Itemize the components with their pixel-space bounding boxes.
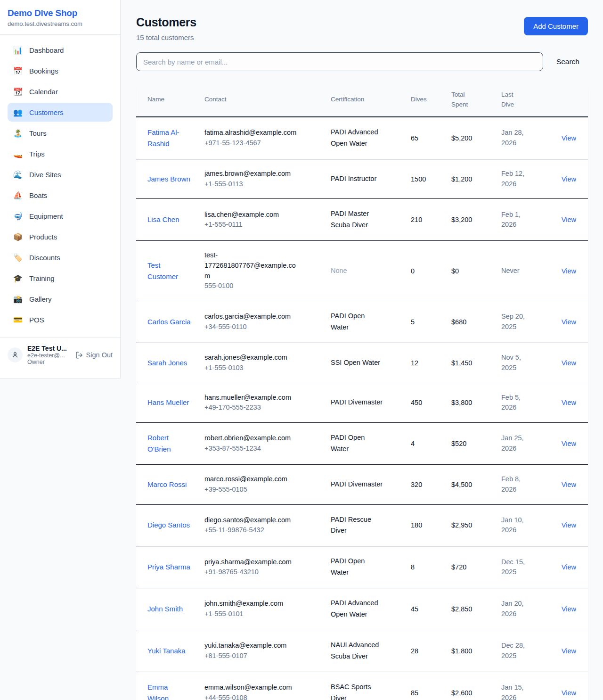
customer-certification: PADI Open Water [331, 556, 384, 578]
customer-name-link[interactable]: Carlos Garcia [147, 316, 191, 328]
products-icon: 📦 [13, 232, 23, 241]
customer-dives: 28 [411, 647, 418, 655]
customer-email: yuki.tanaka@example.com [204, 641, 298, 651]
search-input[interactable] [136, 52, 543, 71]
sidebar-item-discounts[interactable]: 🏷️ Discounts [8, 248, 113, 267]
sign-out-label: Sign Out [86, 351, 113, 359]
customer-total-spent: $520 [451, 440, 466, 447]
view-customer-link[interactable]: View [562, 216, 576, 223]
customer-name-link[interactable]: Emma Wilson [147, 682, 191, 700]
customer-total-spent: $0 [451, 267, 459, 275]
sidebar-item-label: Gallery [29, 295, 52, 303]
customer-phone: +1-555-0111 [204, 220, 323, 230]
customer-certification: BSAC Sports Diver [331, 682, 384, 700]
customer-certification: PADI Open Water [331, 311, 384, 333]
sign-out-button[interactable]: Sign Out [75, 351, 113, 359]
sidebar-item-label: Customers [29, 108, 64, 116]
trips-icon: 🚤 [13, 149, 23, 158]
shop-title: Demo Dive Shop [8, 8, 113, 18]
sidebar-item-label: Bookings [29, 67, 58, 75]
customers-table-card: NameContactCertificationDivesTotal Spent… [136, 83, 588, 700]
customer-email: james.brown@example.com [204, 169, 298, 179]
search-button[interactable]: Search [543, 58, 588, 66]
customer-name-link[interactable]: Yuki Tanaka [147, 645, 186, 657]
sidebar-item-label: Dive Sites [29, 171, 61, 179]
sidebar-item-dashboard[interactable]: 📊 Dashboard [8, 41, 113, 59]
customer-phone: 555-0100 [204, 281, 323, 291]
customer-last-dive: Feb 5, 2026 [501, 393, 531, 413]
sidebar-item-equipment[interactable]: 🤿 Equipment [8, 206, 113, 225]
customer-name-link[interactable]: Diego Santos [147, 519, 190, 531]
view-customer-link[interactable]: View [562, 359, 576, 367]
table-row: Marco Rossi marco.rossi@example.com +39-… [136, 465, 588, 505]
view-customer-link[interactable]: View [562, 175, 576, 183]
customer-last-dive: Jan 15, 2026 [501, 683, 531, 700]
view-customer-link[interactable]: View [562, 318, 576, 326]
table-row: Yuki Tanaka yuki.tanaka@example.com +81-… [136, 630, 588, 672]
equipment-icon: 🤿 [13, 212, 23, 221]
add-customer-button[interactable]: Add Customer [524, 17, 588, 35]
sidebar-item-boats[interactable]: ⛵ Boats [8, 186, 113, 205]
sidebar-item-trips[interactable]: 🚤 Trips [8, 144, 113, 163]
customer-name-link[interactable]: Test Customer [147, 260, 191, 282]
customer-name-link[interactable]: John Smith [147, 603, 183, 615]
customer-name-link[interactable]: Fatima Al-Rashid [147, 127, 191, 149]
column-header-certification: Certification [331, 83, 411, 117]
customer-phone: +91-98765-43210 [204, 567, 323, 577]
table-row: Priya Sharma priya.sharma@example.com +9… [136, 546, 588, 588]
sidebar-item-gallery[interactable]: 📸 Gallery [8, 289, 113, 308]
customer-email: carlos.garcia@example.com [204, 312, 298, 322]
customer-certification: SSI Open Water [331, 357, 380, 369]
view-customer-link[interactable]: View [562, 481, 576, 488]
customer-phone: +81-555-0107 [204, 651, 323, 661]
view-customer-link[interactable]: View [562, 134, 576, 142]
sidebar-item-label: Boats [29, 191, 47, 199]
sidebar-item-training[interactable]: 🎓 Training [8, 269, 113, 288]
customer-dives: 65 [411, 134, 418, 142]
sidebar-item-calendar[interactable]: 📆 Calendar [8, 82, 113, 101]
table-row: Sarah Jones sarah.jones@example.com +1-5… [136, 343, 588, 383]
customer-name-link[interactable]: Hans Mueller [147, 397, 189, 408]
customer-name-link[interactable]: Lisa Chen [147, 214, 179, 225]
view-customer-link[interactable]: View [562, 521, 576, 529]
table-row: Lisa Chen lisa.chen@example.com +1-555-0… [136, 199, 588, 241]
customer-phone: +1-555-0101 [204, 609, 323, 619]
customers-table: NameContactCertificationDivesTotal Spent… [136, 83, 588, 700]
sidebar-item-label: Equipment [29, 212, 63, 220]
view-customer-link[interactable]: View [562, 563, 576, 571]
customer-email: sarah.jones@example.com [204, 353, 298, 363]
sidebar-item-pos[interactable]: 💳 POS [8, 310, 113, 329]
view-customer-link[interactable]: View [562, 605, 576, 613]
view-customer-link[interactable]: View [562, 647, 576, 655]
sidebar-item-bookings[interactable]: 📅 Bookings [8, 61, 113, 80]
table-row: John Smith john.smith@example.com +1-555… [136, 588, 588, 630]
brand-block: Demo Dive Shop demo.test.divestreams.com [0, 0, 120, 35]
customer-dives: 45 [411, 605, 418, 613]
view-customer-link[interactable]: View [562, 689, 576, 697]
column-header-contact: Contact [204, 83, 331, 117]
view-customer-link[interactable]: View [562, 267, 576, 275]
table-row: Emma Wilson emma.wilson@example.com +44-… [136, 672, 588, 700]
customer-name-link[interactable]: James Brown [147, 173, 190, 185]
sidebar-item-dive-sites[interactable]: 🌊 Dive Sites [8, 165, 113, 184]
customer-phone: +49-170-555-2233 [204, 403, 323, 413]
user-meta: E2E Test U... e2e-tester@... Owner [27, 345, 71, 365]
customer-name-link[interactable]: Marco Rossi [147, 479, 187, 490]
customer-name-link[interactable]: Sarah Jones [147, 357, 187, 369]
view-customer-link[interactable]: View [562, 399, 576, 406]
page-header: Customers 15 total customers Add Custome… [136, 16, 588, 41]
sidebar-item-customers[interactable]: 👥 Customers [8, 103, 113, 122]
sidebar-item-label: Products [29, 233, 57, 241]
sidebar-item-label: Training [29, 274, 55, 282]
sidebar-item-label: POS [29, 316, 44, 324]
sidebar-item-label: Calendar [29, 88, 58, 96]
column-header-total-spent: Total Spent [451, 83, 501, 117]
column-header-actions [551, 83, 588, 117]
sidebar-item-tours[interactable]: 🏝️ Tours [8, 124, 113, 142]
customer-certification: None [331, 265, 347, 277]
customer-name-link[interactable]: Priya Sharma [147, 561, 190, 573]
view-customer-link[interactable]: View [562, 440, 576, 447]
customer-name-link[interactable]: Robert O'Brien [147, 432, 191, 455]
customer-phone: +971-55-123-4567 [204, 138, 323, 148]
sidebar-item-products[interactable]: 📦 Products [8, 227, 113, 246]
